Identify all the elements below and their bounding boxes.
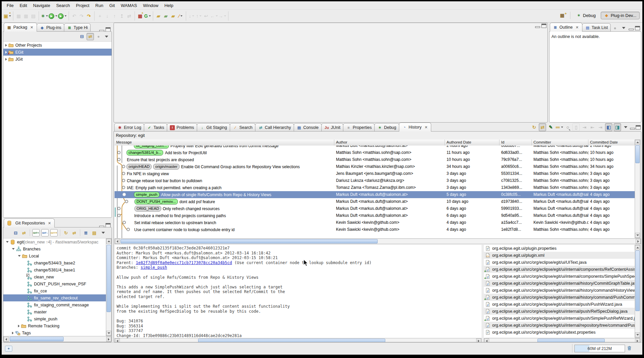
run-icon[interactable]: ▶	[49, 12, 57, 20]
view-menu-icon[interactable]	[624, 126, 627, 128]
minimize-icon[interactable]	[630, 128, 635, 130]
tab-properties[interactable]: ≡Properties	[343, 123, 375, 132]
files-horizontal-scrollbar[interactable]	[484, 338, 640, 342]
garbage-collect-icon[interactable]	[627, 345, 632, 351]
column-header-authored-date[interactable]: Authored Date	[445, 140, 499, 146]
add-repository-icon[interactable]: GIT+	[32, 229, 40, 236]
menu-item-wamas[interactable]: WAMAS	[118, 2, 140, 9]
package-item-jgit[interactable]: !JGit	[3, 56, 112, 63]
menu-item-search[interactable]: Search	[53, 2, 73, 9]
commit-link[interactable]: 1e82f7d89f0a0e0ecc71cb7173078cc20a34b5cd	[136, 260, 232, 265]
tab-plug-ins[interactable]: ◆Plug-ins	[37, 23, 64, 32]
view-menu-icon[interactable]	[105, 36, 108, 38]
history-vertical-scrollbar[interactable]	[635, 140, 640, 238]
open-perspective-icon[interactable]: ▦✦	[560, 12, 567, 19]
show-comment-icon[interactable]: ◨	[614, 123, 621, 131]
repository-tree-item-change-5344-3-base2[interactable]: change/5344/3_base2	[3, 259, 106, 266]
history-row[interactable]: ORIG_HEADOnly refresh changed resourcesM…	[115, 205, 635, 212]
file-row[interactable]: org.eclipse.egit.ui/plugin.xml	[484, 252, 635, 259]
repository-tree-item-remote-tracking[interactable]: Remote Tracking	[3, 322, 106, 329]
view-menu-icon[interactable]	[622, 27, 625, 29]
menu-item-help[interactable]: Help	[161, 2, 176, 9]
search-icon[interactable]: ○	[564, 124, 571, 131]
tab-error-log[interactable]: ✱Error Log	[114, 123, 144, 132]
maximize-icon[interactable]	[541, 24, 546, 28]
file-row[interactable]: org.eclipse.egit.ui/src/org/eclipse/egit…	[484, 308, 635, 315]
close-icon[interactable]: ✕	[575, 25, 579, 30]
tab-junit[interactable]: JuJUnit	[321, 123, 343, 132]
tab-history[interactable]: ◔History✕	[399, 123, 431, 132]
file-row[interactable]: org.eclipse.egit.ui/src/org/eclipse/egit…	[484, 287, 635, 294]
minimize-icon[interactable]	[629, 29, 634, 30]
tab-tasks[interactable]: ✓Tasks	[144, 123, 167, 132]
commit-link[interactable]: simple_push	[141, 265, 167, 270]
minimize-icon[interactable]	[535, 26, 540, 28]
rerun-tests-icon[interactable]: ↷	[86, 12, 92, 20]
file-row[interactable]: org.eclipse.egit.ui/src/org/eclipse/egit…	[484, 259, 635, 266]
file-row[interactable]: +org.eclipse.egit.ui/src/org/eclipse/egi…	[484, 273, 635, 280]
file-row[interactable]: +org.eclipse.egit.ui/src/org/eclipse/egi…	[484, 315, 635, 322]
file-row[interactable]: org.eclipse.egit.ui/src/org/eclipse/egit…	[484, 301, 635, 308]
history-row[interactable]: DONT_PUSH_remov...dont add psf featureMa…	[115, 198, 635, 205]
history-row[interactable]: Introduce a method to find projects cont…	[115, 212, 635, 219]
maximize-icon[interactable]	[635, 26, 640, 30]
refresh-icon[interactable]: ↻	[531, 124, 537, 131]
files-vertical-scrollbar[interactable]	[635, 245, 640, 338]
column-header-committer[interactable]: Committer	[532, 140, 588, 146]
column-header-id[interactable]: Id	[499, 140, 532, 146]
import-plugins-icon[interactable]: ▰	[162, 12, 169, 20]
menu-item-project[interactable]: Project	[73, 2, 92, 9]
history-row[interactable]: simple_pushAllow push of single Refs/Com…	[115, 191, 635, 198]
file-row[interactable]: +org.eclipse.egit.ui/src/org/eclipse/egi…	[484, 266, 635, 273]
repository-tree-item-tags[interactable]: Tags	[3, 329, 106, 336]
tab-git-repositories[interactable]: Git Repositories ✕	[4, 218, 55, 227]
menu-item-file[interactable]: File	[4, 2, 17, 9]
repository-tree-item-egit[interactable]: egit [clean_new ↑4] - /fast/wamas5/works…	[3, 238, 106, 245]
tab-search[interactable]: ∕Search	[230, 123, 256, 132]
file-row[interactable]: org.eclipse.egit.ui/src/org/eclipse/egit…	[484, 329, 635, 336]
repository-tree-item-dont-push-remove-psf[interactable]: DONT_PUSH_remove_PSF	[3, 280, 106, 287]
history-row[interactable]: Ensure that test projects are disposedMa…	[115, 156, 635, 163]
new-wizard-icon[interactable]: ▣✦	[4, 12, 11, 20]
browse-plugins-icon[interactable]: G	[144, 12, 151, 20]
history-row[interactable]: Change rebase tool bar button to pulldow…	[115, 177, 635, 184]
details-sash[interactable]	[482, 245, 484, 342]
repository-tree-item-fix-staging-commit-message[interactable]: fix_staging_commit_message	[3, 301, 106, 308]
menu-item-window[interactable]: Window	[140, 2, 161, 9]
tab-debug[interactable]: ✶Debug	[374, 123, 399, 132]
package-item-other-projects[interactable]: Other Projects	[3, 42, 112, 49]
close-icon[interactable]: ✕	[30, 25, 34, 30]
search-toolbar-icon[interactable]: ∕	[177, 12, 184, 20]
repository-tree-item-local[interactable]: Local	[3, 252, 106, 259]
tab-outline[interactable]: ≣Outline✕	[550, 23, 582, 32]
debug-icon[interactable]: ✶	[41, 12, 48, 20]
open-plugin-artifact-icon[interactable]: ▰	[155, 12, 162, 20]
file-row[interactable]: org.eclipse.egit.ui/plugin.properties	[484, 245, 635, 252]
tab-type-hi[interactable]: ≣Type Hi	[64, 23, 91, 32]
menu-item-navigate[interactable]: Navigate	[30, 2, 53, 9]
collapse-all-icon[interactable]: ⊟	[79, 33, 85, 40]
debug-perspective-button[interactable]: ✶ Debug	[573, 12, 599, 19]
repository-tree-item-change-5381-4-base1[interactable]: change/5381/4_base1	[3, 266, 106, 273]
history-row[interactable]: Use current container node to lookup sub…	[115, 226, 635, 233]
maximize-icon[interactable]	[636, 125, 641, 130]
column-header-author[interactable]: Author	[334, 140, 445, 146]
history-row[interactable]: IAE: Empty path not permitted. when crea…	[115, 184, 635, 191]
repository-tree-item-simple-push[interactable]: simple_push	[3, 315, 106, 322]
history-row[interactable]: fix_staging_com...Properly filter EGit g…	[115, 146, 635, 149]
open-resource-icon[interactable]: ▰	[170, 12, 176, 20]
link-with-selection-icon[interactable]: ⇄	[21, 229, 27, 236]
close-icon[interactable]: ✕	[47, 221, 52, 226]
file-row[interactable]: org.eclipse.egit.ui/src/org/eclipse/egit…	[484, 280, 635, 287]
repositories-horizontal-scrollbar[interactable]	[3, 336, 112, 342]
repository-tree-item-branches[interactable]: Branches	[3, 245, 106, 252]
tab-console[interactable]: ▤Console	[294, 123, 322, 132]
column-header-message[interactable]: Message	[115, 140, 334, 146]
file-row[interactable]: +org.eclipse.egit.ui/src/org/eclipse/egi…	[484, 294, 635, 301]
close-icon[interactable]: ✕	[424, 125, 428, 130]
fetch-icon[interactable]: ↻	[63, 229, 69, 236]
menu-item-run[interactable]: Run	[92, 2, 106, 9]
progress-indicator-icon[interactable]: ✦	[5, 346, 12, 352]
history-row[interactable]: origin/HEADorigin/masterEnable Git Comma…	[115, 163, 635, 170]
repository-tree-item-master[interactable]: master	[3, 308, 106, 315]
